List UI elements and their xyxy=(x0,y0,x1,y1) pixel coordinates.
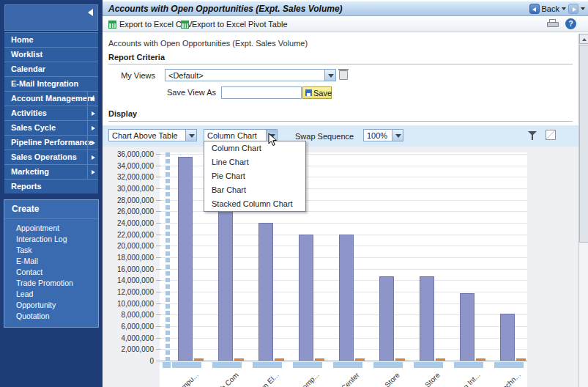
chart-toggle-icon[interactable] xyxy=(546,130,556,140)
back-menu-caret-icon[interactable] xyxy=(562,7,566,10)
category-strip xyxy=(253,362,282,368)
submenu-arrow-icon[interactable] xyxy=(87,150,98,164)
create-item-contact[interactable]: Contact xyxy=(4,266,98,277)
bar-7[interactable] xyxy=(420,276,434,361)
create-item-interaction-log[interactable]: Interaction Log xyxy=(4,233,98,244)
gridline xyxy=(160,361,527,361)
bar-3[interactable] xyxy=(258,223,273,361)
create-item-trade-promotion[interactable]: Trade Promotion xyxy=(4,277,98,288)
menu-option-column-chart[interactable]: Column Chart xyxy=(204,141,305,155)
sidebar-item-label: Home xyxy=(11,35,34,44)
filter-icon[interactable] xyxy=(527,130,537,141)
sidebar-item-label: Marketing xyxy=(11,167,49,176)
y-tick-label: 20,000,000 xyxy=(104,242,154,250)
scroll-up-icon[interactable] xyxy=(579,34,588,44)
sidebar-item-calendar[interactable]: Calendar xyxy=(4,62,98,76)
my-views-dropdown-icon[interactable] xyxy=(324,69,336,81)
bar-4[interactable] xyxy=(299,235,313,361)
save-view-as-input[interactable] xyxy=(221,86,302,99)
bar-1[interactable] xyxy=(178,157,193,361)
sidebar-item-sales-operations[interactable]: Sales Operations xyxy=(4,150,98,164)
forward-menu-caret-icon[interactable] xyxy=(581,7,585,10)
sidebar: HomeWorklistCalendarE-Mail IntegrationAc… xyxy=(0,0,103,387)
bar-8[interactable] xyxy=(460,293,475,361)
sidebar-item-e-mail-integration[interactable]: E-Mail Integration xyxy=(4,76,98,91)
sidebar-item-activities[interactable]: Activities xyxy=(4,106,98,120)
save-button-label: Save xyxy=(313,89,332,97)
back-icon[interactable] xyxy=(529,4,540,14)
category-strip xyxy=(414,362,443,368)
sidebar-item-marketing[interactable]: Marketing xyxy=(4,164,98,179)
secondary-bar-8[interactable] xyxy=(476,358,485,361)
delete-view-icon[interactable] xyxy=(339,70,348,80)
y-tick-label: 4,000,000 xyxy=(104,334,154,342)
y-tick-label: 28,000,000 xyxy=(104,196,154,204)
save-view-as-label: Save View As xyxy=(146,88,216,97)
save-disk-icon xyxy=(305,89,312,96)
bar-9[interactable] xyxy=(500,314,515,361)
bar-2[interactable] xyxy=(218,200,233,361)
my-views-select[interactable]: <Default> xyxy=(165,69,325,81)
print-icon[interactable] xyxy=(547,19,559,29)
sidebar-item-sales-cycle[interactable]: Sales Cycle xyxy=(4,120,98,135)
swap-sequence-button[interactable]: Swap Sequence xyxy=(295,132,354,141)
divider xyxy=(108,121,573,122)
bar-6[interactable] xyxy=(379,276,394,361)
create-item-e-mail[interactable]: E-Mail xyxy=(4,255,98,266)
secondary-bar-5[interactable] xyxy=(355,358,365,361)
sidebar-item-worklist[interactable]: Worklist xyxy=(4,47,98,62)
menu-option-bar-chart[interactable]: Bar Chart xyxy=(204,183,305,197)
secondary-bar-9[interactable] xyxy=(516,358,526,361)
y-tick-label: 36,000,000 xyxy=(104,150,154,158)
column-chart: 02,000,0004,000,0006,000,0008,000,00010,… xyxy=(103,147,578,387)
sidebar-item-reports[interactable]: Reports xyxy=(4,179,98,194)
create-item-lead[interactable]: Lead xyxy=(4,288,98,299)
back-button[interactable]: Back xyxy=(542,4,559,13)
category-strip xyxy=(333,362,362,368)
menu-option-pie-chart[interactable]: Pie Chart xyxy=(204,169,305,183)
submenu-arrow-icon[interactable] xyxy=(87,165,98,179)
help-icon[interactable]: ? xyxy=(565,18,576,29)
sidebar-item-account-management[interactable]: Account Management xyxy=(4,91,98,106)
titlebar: Accounts with Open Opportunities (Expt. … xyxy=(103,1,588,16)
category-strip xyxy=(373,362,403,368)
menu-option-line-chart[interactable]: Line Chart xyxy=(204,155,305,169)
layout-select-dropdown-icon[interactable] xyxy=(185,129,197,141)
secondary-bar-6[interactable] xyxy=(395,358,405,361)
secondary-bar-2[interactable] xyxy=(234,358,244,361)
forward-icon[interactable] xyxy=(568,4,578,14)
layout-select[interactable]: Chart Above Table xyxy=(108,129,186,141)
vertical-scrollbar[interactable] xyxy=(578,34,588,387)
submenu-arrow-icon[interactable] xyxy=(87,92,98,106)
zoom-select-dropdown-icon[interactable] xyxy=(392,129,403,141)
secondary-bar-3[interactable] xyxy=(275,358,284,361)
report-title-text: Accounts with Open Opportunities (Expt. … xyxy=(108,39,308,48)
export-excel-pivot-button[interactable]: Export to Excel Pivot Table xyxy=(181,18,288,30)
save-view-button[interactable]: Save xyxy=(302,86,332,99)
sidebar-item-label: Worklist xyxy=(11,50,42,59)
y-tick-label: 24,000,000 xyxy=(104,219,154,227)
sidebar-item-label: Pipeline Performance xyxy=(11,138,94,147)
create-item-quotation[interactable]: Quotation xyxy=(4,310,98,321)
submenu-arrow-icon[interactable] xyxy=(87,106,98,120)
create-item-opportunity[interactable]: Opportunity xyxy=(4,299,98,310)
y-tick-mark xyxy=(156,338,161,339)
secondary-bar-1[interactable] xyxy=(194,358,204,361)
sidebar-item-label: E-Mail Integration xyxy=(11,79,78,88)
sidebar-item-home[interactable]: Home xyxy=(4,32,98,47)
submenu-arrow-icon[interactable] xyxy=(87,121,98,135)
export-excel-csv-button[interactable]: Export to Excel CSV xyxy=(108,18,193,30)
bar-5[interactable] xyxy=(339,235,354,361)
chart-type-menu: Column ChartLine ChartPie ChartBar Chart… xyxy=(204,141,306,212)
collapse-sidebar-icon[interactable] xyxy=(88,9,93,16)
create-item-appointment[interactable]: Appointment xyxy=(4,222,98,233)
secondary-bar-4[interactable] xyxy=(315,358,324,361)
menu-option-stacked-column-chart[interactable]: Stacked Column Chart xyxy=(204,197,305,211)
submenu-arrow-icon[interactable] xyxy=(87,136,98,150)
create-item-task[interactable]: Task xyxy=(4,244,98,255)
chart-type-select[interactable]: Column Chart xyxy=(204,129,267,141)
zoom-select[interactable]: 100% xyxy=(363,129,392,141)
secondary-bar-7[interactable] xyxy=(436,358,445,361)
sidebar-item-pipeline-performance[interactable]: Pipeline Performance xyxy=(4,135,98,150)
scrollbar-thumb[interactable] xyxy=(579,45,588,243)
